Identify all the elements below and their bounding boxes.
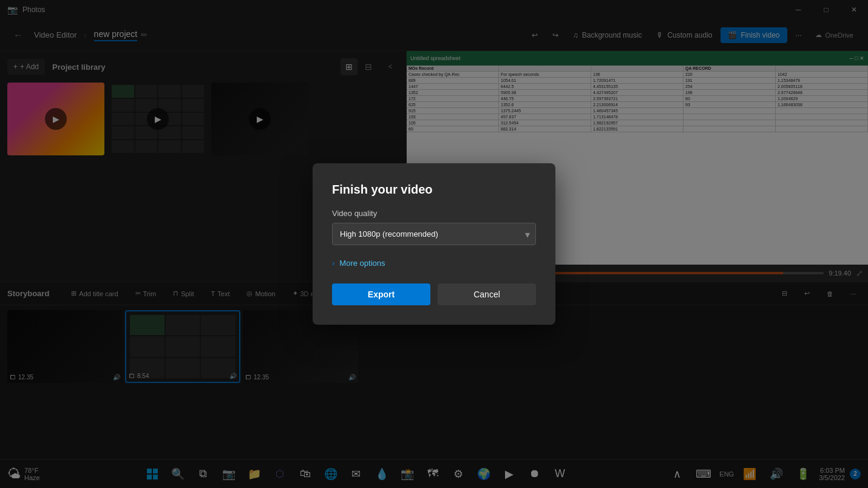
finish-video-modal: Finish your video Video quality High 108…	[313, 163, 555, 325]
modal-actions: Export Cancel	[332, 283, 536, 305]
more-options-toggle[interactable]: › More options	[332, 255, 536, 271]
quality-select[interactable]: High 1080p (recommended) Medium 720p Low…	[332, 223, 536, 245]
modal-title: Finish your video	[332, 183, 536, 197]
chevron-right-icon: ›	[332, 259, 334, 268]
cancel-button[interactable]: Cancel	[438, 283, 536, 305]
quality-label: Video quality	[332, 209, 536, 218]
export-button[interactable]: Export	[332, 283, 430, 305]
quality-select-wrapper: High 1080p (recommended) Medium 720p Low…	[332, 223, 536, 245]
modal-overlay[interactable]: Finish your video Video quality High 108…	[0, 0, 868, 488]
more-options-label: More options	[339, 259, 385, 268]
